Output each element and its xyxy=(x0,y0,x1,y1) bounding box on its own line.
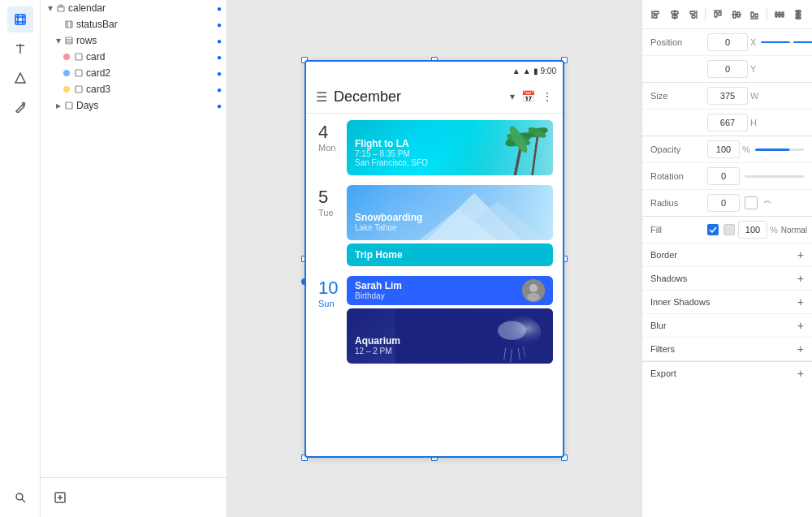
text-tool-icon[interactable] xyxy=(7,36,33,62)
layer-card3-label: card3 xyxy=(86,84,217,95)
blur-add-btn[interactable]: + xyxy=(797,319,804,332)
layer-days-label: Days xyxy=(76,100,217,111)
svg-point-39 xyxy=(529,284,538,292)
opacity-slider[interactable] xyxy=(755,149,804,151)
cards-col-5: Snowboarding Lake Tahoe Trip Home xyxy=(347,185,553,266)
frame-icon xyxy=(73,67,84,79)
svg-rect-16 xyxy=(66,37,72,44)
inner-shadows-add-btn[interactable]: + xyxy=(797,295,804,308)
filters-add-btn[interactable]: + xyxy=(797,343,804,355)
rotation-slider[interactable] xyxy=(745,175,804,178)
fill-checkbox[interactable] xyxy=(707,224,719,235)
visibility-icon[interactable]: ● xyxy=(217,69,222,78)
sarah-lim-avatar xyxy=(522,279,545,302)
blur-section[interactable]: Blur + xyxy=(642,314,812,338)
distribute-h-icon[interactable] xyxy=(772,5,787,24)
border-add-btn[interactable]: + xyxy=(797,248,804,261)
opacity-input[interactable] xyxy=(707,140,740,158)
align-bottom-icon[interactable] xyxy=(747,5,762,24)
frame-icon xyxy=(63,19,75,30)
trip-home-card[interactable]: Trip Home xyxy=(347,243,553,266)
visibility-icon[interactable]: ● xyxy=(217,37,222,45)
visibility-icon[interactable]: ● xyxy=(217,20,222,29)
layer-card2[interactable]: card2 ● xyxy=(41,65,227,81)
layer-calendar[interactable]: ▾ calendar ● xyxy=(41,0,227,16)
border-section[interactable]: Border + xyxy=(642,243,812,267)
snowboarding-card[interactable]: Snowboarding Lake Tahoe xyxy=(347,185,553,240)
shadows-label: Shadows xyxy=(650,274,797,283)
svg-rect-64 xyxy=(751,12,754,17)
opacity-unit: % xyxy=(742,144,750,154)
shadows-add-btn[interactable]: + xyxy=(797,272,804,285)
position-row: Position X xyxy=(642,29,812,56)
more-options-icon[interactable]: ⋮ xyxy=(542,90,553,103)
canvas-area[interactable]: ▲ ▲ ▮ 9:00 ☰ December ▾ 📅 ⋮ xyxy=(227,0,641,517)
y-input-wrap: Y xyxy=(707,60,756,78)
layer-card3[interactable]: card3 ● xyxy=(41,81,227,97)
search-tool-icon[interactable] xyxy=(7,485,33,511)
h-label: H xyxy=(750,118,757,127)
fill-color-swatch[interactable] xyxy=(723,224,735,235)
phone-header: ☰ December ▾ 📅 ⋮ xyxy=(306,81,563,114)
avatar-graphic xyxy=(522,279,545,302)
inner-shadows-label: Inner Shadows xyxy=(650,297,797,307)
align-left-icon[interactable] xyxy=(649,5,663,24)
calendar-title: December xyxy=(334,88,510,106)
pen-tool-icon[interactable] xyxy=(7,94,33,120)
frame-icon xyxy=(73,84,84,95)
birthday-label: Birthday xyxy=(355,291,402,300)
fill-opacity-input[interactable] xyxy=(738,221,767,239)
hamburger-icon[interactable]: ☰ xyxy=(316,89,327,105)
align-top-icon[interactable] xyxy=(710,5,725,24)
visibility-icon[interactable]: ● xyxy=(217,53,222,62)
position-y-row: Y xyxy=(642,56,812,83)
layer-card[interactable]: card ● xyxy=(41,49,227,65)
position-y-input[interactable] xyxy=(707,60,748,78)
layer-statusbar[interactable]: statusBar ● xyxy=(41,16,227,32)
shape-tool-icon[interactable] xyxy=(7,65,33,91)
dropdown-icon[interactable]: ▾ xyxy=(510,91,515,102)
svg-rect-22 xyxy=(66,102,72,109)
layer-days[interactable]: ▸ Days ● xyxy=(41,97,227,114)
size-h-input[interactable] xyxy=(707,114,748,131)
birthday-card[interactable]: Sarah Lim Birthday xyxy=(347,276,553,305)
position-label: Position xyxy=(650,37,707,47)
flight-to-la-card[interactable]: Flight to LA 7:15 – 8:35 PM San Francisc… xyxy=(347,120,553,175)
opacity-label: Opacity xyxy=(650,144,707,154)
add-frame-button[interactable] xyxy=(47,485,73,511)
shadows-section[interactable]: Shadows + xyxy=(642,267,812,291)
visibility-icon[interactable]: ● xyxy=(217,101,222,110)
export-add-btn[interactable]: + xyxy=(797,367,804,380)
align-center-h-icon[interactable] xyxy=(667,5,681,24)
card2-color-dot xyxy=(63,70,70,76)
more-layout-icon[interactable] xyxy=(791,5,806,24)
flight-la-time: 7:15 – 8:35 PM xyxy=(355,149,545,158)
pos-arrows xyxy=(761,33,812,51)
rotation-input[interactable] xyxy=(707,167,740,185)
radius-input[interactable] xyxy=(707,194,740,212)
filters-section[interactable]: Filters + xyxy=(642,338,812,361)
align-middle-v-icon[interactable] xyxy=(729,5,744,24)
position-inputs: X xyxy=(707,33,812,51)
radius-label: Radius xyxy=(650,198,707,208)
export-section[interactable]: Export + xyxy=(642,361,812,385)
size-w-input[interactable] xyxy=(707,87,748,105)
fill-mode-label[interactable]: Normal xyxy=(781,226,807,235)
frame-tool-icon[interactable] xyxy=(7,6,33,32)
svg-point-40 xyxy=(527,293,540,301)
visibility-icon[interactable]: ● xyxy=(217,4,222,13)
radius-corner-icon[interactable] xyxy=(745,196,758,209)
radius-link-icon[interactable] xyxy=(761,196,774,209)
inner-shadows-section[interactable]: Inner Shadows + xyxy=(642,291,812,314)
aquarium-card[interactable]: Aquarium 12 – 2 PM xyxy=(347,308,553,364)
phone-mockup: ▲ ▲ ▮ 9:00 ☰ December ▾ 📅 ⋮ xyxy=(304,60,564,458)
snowboarding-title: Snowboarding xyxy=(355,212,545,223)
expand-arrow: ▾ xyxy=(54,36,63,45)
visibility-icon[interactable]: ● xyxy=(217,85,222,94)
svg-rect-55 xyxy=(690,11,695,14)
calendar-view-icon[interactable]: 📅 xyxy=(521,90,535,103)
layer-rows[interactable]: ▾ rows ● xyxy=(41,32,227,49)
position-x-input[interactable] xyxy=(707,33,748,51)
align-right-icon[interactable] xyxy=(685,5,700,24)
size-inputs: W xyxy=(707,87,804,105)
